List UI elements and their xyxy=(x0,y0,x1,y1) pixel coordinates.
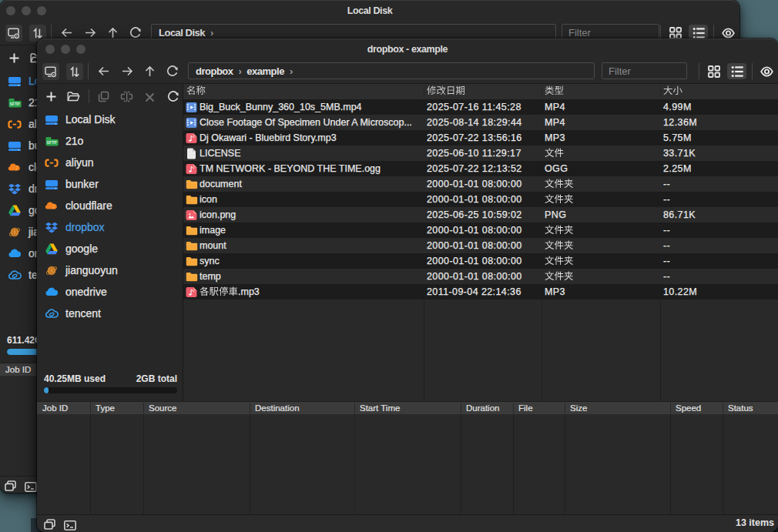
svg-text:SFTP: SFTP xyxy=(10,102,21,106)
svg-text:SFTP: SFTP xyxy=(47,140,58,145)
